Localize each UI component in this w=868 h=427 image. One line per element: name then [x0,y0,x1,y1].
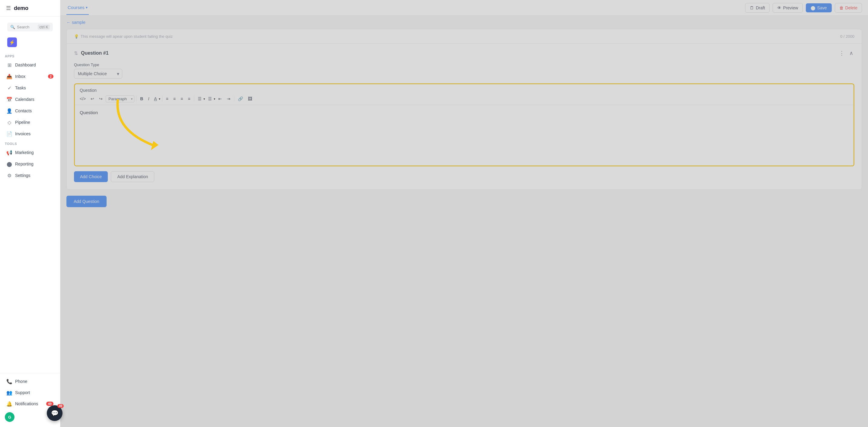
toolbar-indent-btn[interactable]: ⇥ [225,95,232,102]
logo-text: demo [14,5,28,11]
toolbar-redo-btn[interactable]: ↪ [97,95,104,102]
draft-icon: 🗒 [750,5,754,10]
sidebar-label-support: Support [15,390,30,395]
chat-badge: 49 [57,404,64,408]
breadcrumb-back[interactable]: ← sample [66,20,86,25]
marketing-icon: 📢 [7,150,12,155]
tools-section-label: Tools [0,140,60,147]
question-actions: ⋮ ∧ [838,49,855,58]
paragraph-select[interactable]: Paragraph Heading 1 Heading 2 Heading 3 [106,95,134,102]
top-nav-actions: 🗒 Draft 👁 Preview ⬤ Save 🗑 Delete [745,3,862,13]
sidebar-item-tasks[interactable]: ✓ Tasks [2,83,58,93]
breadcrumb: ← sample [60,16,868,29]
support-icon: 👥 [7,390,12,395]
sidebar-item-calendars[interactable]: 📅 Calendars [2,94,58,105]
search-shortcut: ctrl K [38,25,50,30]
toolbar-image-btn[interactable]: 🖼 [246,95,254,102]
user-avatar: G [5,412,14,422]
sidebar-label-inbox: Inbox [15,74,25,79]
question-type-select[interactable]: Multiple Choice True/False Short Answer [74,69,122,79]
toolbar-divider-1 [136,96,136,102]
sidebar-item-dashboard[interactable]: ⊞ Dashboard [2,60,58,70]
toolbar-outdent-btn[interactable]: ⇤ [216,95,224,102]
sidebar-label-contacts: Contacts [15,109,32,113]
sidebar: ☰ demo 🔍 Search ctrl K ⚡ Apps ⊞ Dashboar… [0,0,60,427]
pipeline-icon: ◇ [7,120,12,125]
sidebar-label-settings: Settings [15,173,30,178]
toolbar-align-left-btn[interactable]: ≡ [164,95,170,102]
sidebar-item-settings[interactable]: ⚙ Settings [2,170,58,181]
question-bottom-actions: Add Choice Add Explanation [74,171,855,184]
question-type-wrapper: Multiple Choice True/False Short Answer … [74,69,122,79]
bullet-dropdown-icon[interactable]: ▾ [204,97,205,100]
dashboard-icon: ⊞ [7,62,12,68]
phone-icon: 📞 [7,379,12,384]
toolbar-underline-btn[interactable]: A [152,95,158,102]
sidebar-item-marketing[interactable]: 📢 Marketing [2,147,58,158]
chat-icon: 💬 [51,409,59,417]
sidebar-item-contacts[interactable]: 👤 Contacts [2,105,58,116]
editor-text: Question [80,110,98,115]
sidebar-item-pipeline[interactable]: ◇ Pipeline [2,117,58,128]
search-icon: 🔍 [10,25,15,29]
toolbar-divider-2 [162,96,162,102]
question-more-button[interactable]: ⋮ [838,49,846,58]
chat-widget[interactable]: 💬 49 [47,405,62,421]
question-type-label: Question Type [74,62,855,67]
preview-icon: 👁 [777,5,781,10]
editor-label: Question [75,84,854,93]
lightning-button[interactable]: ⚡ [7,37,17,47]
add-question-button[interactable]: Add Question [66,196,106,207]
sidebar-logo: ☰ demo [0,0,60,17]
toolbar-numbered-list-btn[interactable]: ☰ [206,95,214,102]
toolbar-align-right-btn[interactable]: ≡ [179,95,185,102]
numbered-dropdown-icon[interactable]: ▾ [214,97,215,100]
editor-content-area[interactable]: Question [75,105,854,165]
editor-container: Question </> ↩ ↪ Paragraph Heading 1 Hea… [74,83,855,166]
tab-courses[interactable]: Courses ▾ [66,1,89,15]
apps-section-label: Apps [0,52,60,59]
toolbar-divider-3 [194,96,194,102]
search-label: Search [17,25,29,29]
toolbar-italic-btn[interactable]: I [146,95,151,102]
toolbar-undo-btn[interactable]: ↩ [89,95,96,102]
question-header: ⇅ Question #1 ⋮ ∧ [74,49,855,58]
sidebar-item-invoices[interactable]: 📄 Invoices [2,128,58,139]
sidebar-item-inbox[interactable]: 📥 Inbox 2 [2,71,58,82]
courses-dropdown-icon: ▾ [86,5,88,10]
settings-icon: ⚙ [7,173,12,178]
add-question-section: Add Question [66,196,862,207]
sort-icon: ⇅ [74,51,78,56]
sidebar-item-phone[interactable]: 📞 Phone [2,376,58,387]
content-area: ← sample 💡 This message will apear upon … [60,16,868,427]
delete-button[interactable]: 🗑 Delete [835,3,862,13]
contacts-icon: 👤 [7,108,12,114]
sidebar-item-support[interactable]: 👥 Support [2,387,58,398]
question-collapse-button[interactable]: ∧ [848,49,855,58]
toolbar-link-btn[interactable]: 🔗 [236,95,245,102]
toolbar-bold-btn[interactable]: B [138,95,145,102]
inbox-icon: 📥 [7,74,12,79]
save-button[interactable]: ⬤ Save [806,3,832,12]
underline-dropdown-icon[interactable]: ▾ [159,97,160,100]
hamburger-icon[interactable]: ☰ [6,5,11,11]
sidebar-label-notifications: Notifications [15,401,38,406]
toolbar-align-justify-btn[interactable]: ≡ [186,95,192,102]
toolbar-code-btn[interactable]: </> [78,95,88,102]
toolbar-divider-4 [234,96,234,102]
draft-button[interactable]: 🗒 Draft [745,3,769,13]
top-nav: Courses ▾ 🗒 Draft 👁 Preview ⬤ Save 🗑 Del… [60,0,868,16]
delete-icon: 🗑 [839,5,843,10]
search-bar[interactable]: 🔍 Search ctrl K [7,23,53,31]
add-explanation-button[interactable]: Add Explanation [111,171,154,182]
sidebar-label-pipeline: Pipeline [15,120,30,125]
inbox-badge: 2 [48,74,54,79]
reporting-icon: ⬤ [7,161,12,167]
save-icon: ⬤ [811,5,815,10]
question-title: Question #1 [81,51,109,56]
add-choice-button[interactable]: Add Choice [74,171,108,182]
toolbar-align-center-btn[interactable]: ≡ [172,95,178,102]
toolbar-bullet-list-btn[interactable]: ☰ [196,95,204,102]
preview-button[interactable]: 👁 Preview [773,3,803,13]
sidebar-item-reporting[interactable]: ⬤ Reporting [2,158,58,170]
